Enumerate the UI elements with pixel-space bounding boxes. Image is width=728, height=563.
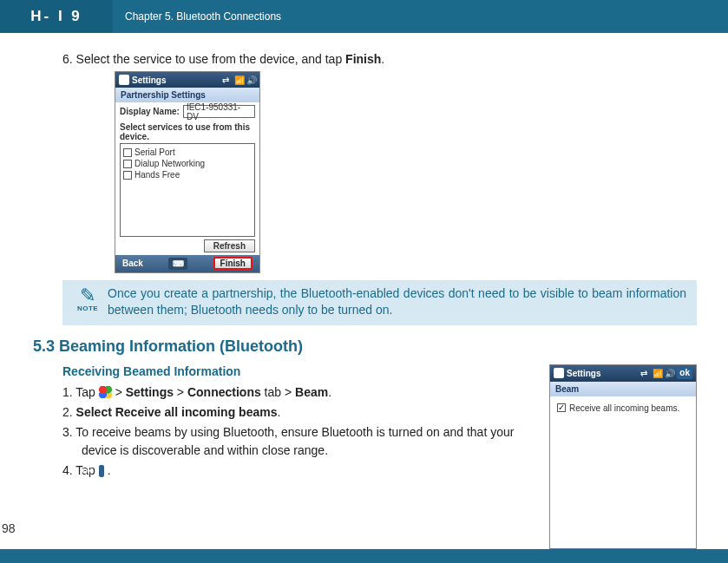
receive-beams-label: Receive all incoming beams. bbox=[569, 403, 679, 413]
display-name-field[interactable]: IEC1-950331-DV bbox=[183, 105, 255, 118]
receiving-step-4: 4. Tap ok . bbox=[62, 462, 534, 480]
shot2-title: Settings bbox=[567, 369, 638, 378]
display-name-row: Display Name: IEC1-950331-DV bbox=[115, 102, 259, 121]
receiving-step-3: 3. To receive beams by using Bluetooth, … bbox=[62, 423, 534, 460]
start-flag-icon bbox=[119, 75, 129, 85]
footer-band bbox=[0, 549, 728, 563]
checkbox-icon[interactable] bbox=[123, 160, 132, 168]
connectivity-icon: ⇄ bbox=[222, 75, 232, 85]
checkbox-icon[interactable] bbox=[123, 171, 132, 180]
shot1-titlebar: Settings ⇄ 📶 🔊 bbox=[115, 72, 259, 88]
step6-suffix: . bbox=[381, 52, 384, 66]
chapter-title: Chapter 5. Bluetooth Connections bbox=[125, 10, 281, 23]
receiving-step-1: 1. Tap > Settings > Connections tab > Be… bbox=[62, 383, 534, 402]
receive-beams-checkbox-row[interactable]: Receive all incoming beams. bbox=[557, 403, 689, 413]
left-column: Receiving Beamed Information 1. Tap > Se… bbox=[62, 364, 534, 481]
checkbox-checked-icon[interactable] bbox=[557, 403, 566, 412]
windows-start-icon bbox=[99, 386, 112, 398]
services-listbox[interactable]: Serial Port Dialup Networking Hands Free bbox=[120, 143, 255, 237]
checkbox-icon[interactable] bbox=[123, 148, 132, 157]
volume-icon: 🔊 bbox=[665, 369, 674, 378]
refresh-row: Refresh bbox=[115, 237, 259, 255]
service-item-serial-port[interactable]: Serial Port bbox=[123, 147, 252, 158]
section-5-3-title: 5.3 Beaming Information (Bluetooth) bbox=[33, 337, 697, 356]
page-content: 6. Select the service to use from the de… bbox=[0, 33, 728, 563]
signal-icon: 📶 bbox=[234, 75, 244, 85]
service-item-dialup[interactable]: Dialup Networking bbox=[123, 158, 252, 169]
note-label: NOTE bbox=[77, 304, 98, 312]
receiving-title: Receiving Beamed Information bbox=[62, 364, 534, 378]
shot2-body: Receive all incoming beams. bbox=[550, 396, 696, 548]
note-box: ✎ NOTE Once you create a partnership, th… bbox=[62, 280, 697, 325]
keyboard-icon[interactable]: ⌨ bbox=[168, 258, 187, 270]
service-item-handsfree[interactable]: Hands Free bbox=[123, 169, 252, 180]
step-6-text: 6. Select the service to use from the de… bbox=[62, 52, 697, 66]
page-number: 98 bbox=[2, 521, 16, 535]
step6-prefix: 6. Select the service to use from the de… bbox=[62, 52, 345, 66]
connectivity-icon: ⇄ bbox=[640, 369, 650, 378]
note-icon: ✎ bbox=[80, 287, 95, 304]
shot2-band: Beam bbox=[550, 382, 696, 396]
receiving-steps: 1. Tap > Settings > Connections tab > Be… bbox=[62, 383, 534, 480]
note-message: Once you create a partnership, the Bluet… bbox=[108, 285, 686, 318]
header-band: H- I 9 Chapter 5. Bluetooth Connections bbox=[0, 0, 728, 33]
volume-icon: 🔊 bbox=[246, 75, 256, 85]
logo-box: H- I 9 bbox=[0, 0, 113, 33]
screenshot-partnership-settings: Settings ⇄ 📶 🔊 Partnership Settings Disp… bbox=[115, 71, 260, 273]
shot1-softbar: Back ⌨ Finish bbox=[115, 255, 259, 272]
display-name-label: Display Name: bbox=[120, 107, 180, 116]
shot1-section-label: Partnership Settings bbox=[115, 88, 259, 102]
note-icon-wrap: ✎ NOTE bbox=[68, 285, 108, 312]
softkey-finish[interactable]: Finish bbox=[213, 257, 253, 270]
select-services-label: Select services to use from this device. bbox=[115, 121, 259, 143]
two-column-layout: Receiving Beamed Information 1. Tap > Se… bbox=[62, 364, 697, 563]
logo-text: H- I 9 bbox=[30, 8, 82, 25]
shot1-title: Settings bbox=[132, 75, 220, 85]
receiving-step-2: 2. Select Receive all incoming beams. bbox=[62, 403, 534, 422]
ok-header-button[interactable]: ok bbox=[677, 367, 692, 379]
signal-icon: 📶 bbox=[653, 369, 662, 378]
start-flag-icon bbox=[554, 368, 564, 378]
screenshot-beam-settings: Settings ⇄ 📶 🔊 ok Beam Receive all incom… bbox=[549, 364, 697, 563]
step6-bold: Finish bbox=[345, 52, 381, 66]
softkey-back[interactable]: Back bbox=[122, 259, 143, 268]
shot2-titlebar: Settings ⇄ 📶 🔊 ok bbox=[550, 365, 696, 382]
refresh-button[interactable]: Refresh bbox=[204, 239, 255, 252]
